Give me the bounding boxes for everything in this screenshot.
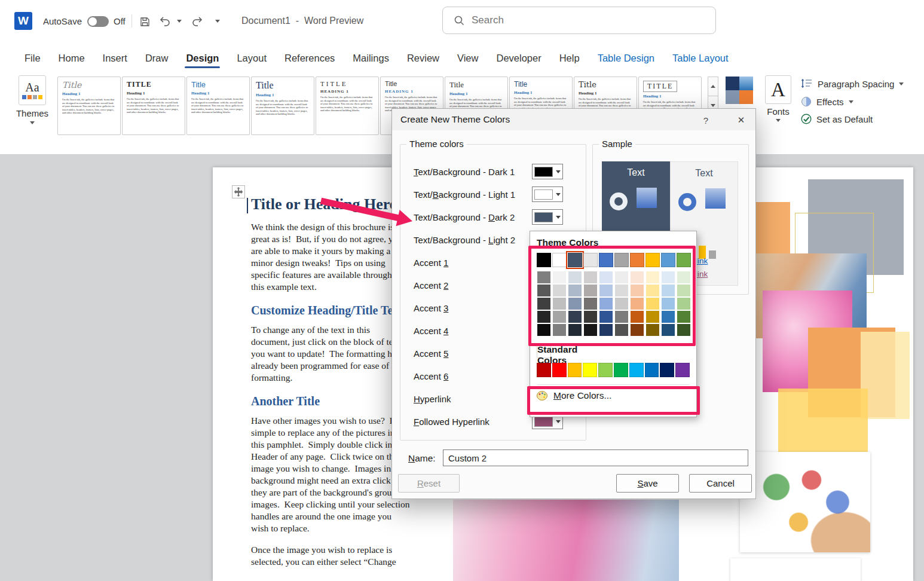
standard-color-swatch[interactable] bbox=[645, 363, 659, 377]
theme-color-variant-swatch[interactable] bbox=[583, 297, 598, 310]
theme-color-variant-swatch[interactable] bbox=[645, 323, 660, 337]
color-dropdown[interactable] bbox=[532, 186, 563, 202]
theme-color-swatch[interactable] bbox=[645, 253, 660, 267]
theme-color-variant-swatch[interactable] bbox=[630, 310, 644, 323]
theme-name-input[interactable] bbox=[443, 449, 748, 466]
ribbon-tab-layout[interactable]: Layout bbox=[228, 45, 276, 71]
theme-color-variant-swatch[interactable] bbox=[661, 284, 675, 297]
more-colors-button[interactable]: More Colors... bbox=[537, 384, 690, 401]
theme-color-swatch[interactable] bbox=[583, 253, 598, 267]
theme-color-variant-swatch[interactable] bbox=[614, 323, 629, 337]
theme-color-variant-swatch[interactable] bbox=[677, 271, 691, 284]
gallery-scroll-up-button[interactable] bbox=[708, 77, 718, 96]
standard-color-swatch[interactable] bbox=[537, 363, 551, 377]
standard-color-swatch[interactable] bbox=[675, 363, 690, 377]
theme-color-variant-swatch[interactable] bbox=[537, 297, 551, 310]
theme-color-variant-swatch[interactable] bbox=[661, 323, 675, 337]
color-dropdown[interactable] bbox=[532, 209, 563, 225]
theme-color-variant-swatch[interactable] bbox=[599, 310, 613, 323]
reset-button[interactable]: Reset bbox=[398, 474, 460, 493]
theme-color-variant-swatch[interactable] bbox=[661, 310, 675, 323]
theme-color-variant-swatch[interactable] bbox=[677, 310, 691, 323]
ribbon-tab-table-design[interactable]: Table Design bbox=[589, 45, 663, 71]
painted-face-photo-image[interactable] bbox=[453, 500, 679, 581]
theme-color-swatch[interactable] bbox=[537, 253, 551, 267]
move-handle-icon[interactable] bbox=[232, 185, 245, 198]
theme-color-swatch[interactable] bbox=[614, 253, 629, 267]
style-set-thumbnail[interactable]: TitleHeading 1On the Insert tab, the gal… bbox=[186, 77, 250, 135]
colors-button[interactable] bbox=[726, 77, 753, 104]
theme-color-variant-swatch[interactable] bbox=[583, 323, 598, 337]
color-dropdown[interactable] bbox=[532, 164, 563, 179]
theme-color-variant-swatch[interactable] bbox=[599, 297, 613, 310]
theme-color-variant-swatch[interactable] bbox=[568, 310, 582, 323]
theme-color-variant-swatch[interactable] bbox=[537, 271, 551, 284]
theme-color-variant-swatch[interactable] bbox=[599, 323, 613, 337]
fonts-button[interactable]: A Fonts bbox=[763, 75, 794, 122]
ribbon-tab-draw[interactable]: Draw bbox=[136, 45, 178, 71]
effects-button[interactable]: Effects bbox=[801, 96, 904, 107]
cancel-button[interactable]: Cancel bbox=[689, 474, 752, 493]
standard-color-swatch[interactable] bbox=[629, 363, 644, 377]
theme-color-variant-swatch[interactable] bbox=[537, 284, 551, 297]
theme-color-variant-swatch[interactable] bbox=[583, 284, 598, 297]
theme-color-variant-swatch[interactable] bbox=[599, 284, 613, 297]
theme-color-variant-swatch[interactable] bbox=[661, 297, 675, 310]
ribbon-tab-table-layout[interactable]: Table Layout bbox=[663, 45, 738, 71]
ribbon-tab-help[interactable]: Help bbox=[550, 45, 589, 71]
theme-color-variant-swatch[interactable] bbox=[614, 297, 629, 310]
standard-color-swatch[interactable] bbox=[552, 363, 567, 377]
ribbon-tab-insert[interactable]: Insert bbox=[94, 45, 136, 71]
theme-color-variant-swatch[interactable] bbox=[568, 284, 582, 297]
theme-color-variant-swatch[interactable] bbox=[552, 323, 567, 337]
drawing-hands-photo-image[interactable] bbox=[740, 452, 870, 552]
theme-color-swatch[interactable] bbox=[552, 253, 567, 267]
theme-color-swatch[interactable] bbox=[661, 253, 675, 267]
theme-color-variant-swatch[interactable] bbox=[645, 271, 660, 284]
theme-color-variant-swatch[interactable] bbox=[614, 271, 629, 284]
theme-color-variant-swatch[interactable] bbox=[568, 297, 582, 310]
set-as-default-button[interactable]: Set as Default bbox=[801, 114, 904, 124]
theme-color-variant-swatch[interactable] bbox=[630, 284, 644, 297]
ribbon-tab-references[interactable]: References bbox=[276, 45, 344, 71]
theme-color-variant-swatch[interactable] bbox=[614, 310, 629, 323]
theme-color-variant-swatch[interactable] bbox=[645, 284, 660, 297]
theme-color-variant-swatch[interactable] bbox=[552, 310, 567, 323]
standard-color-swatch[interactable] bbox=[568, 363, 582, 377]
theme-color-variant-swatch[interactable] bbox=[537, 323, 551, 337]
theme-color-variant-swatch[interactable] bbox=[630, 323, 644, 337]
style-set-thumbnail[interactable]: TitleHeading 1On the Insert tab, the gal… bbox=[251, 77, 314, 135]
theme-color-variant-swatch[interactable] bbox=[645, 297, 660, 310]
theme-color-variant-swatch[interactable] bbox=[630, 271, 644, 284]
orange-rectangle-image[interactable] bbox=[755, 202, 790, 259]
theme-color-variant-swatch[interactable] bbox=[645, 310, 660, 323]
style-set-thumbnail[interactable]: TITLEHeading 1On the Insert tab, the gal… bbox=[122, 77, 185, 135]
theme-color-variant-swatch[interactable] bbox=[537, 310, 551, 323]
theme-color-swatch[interactable] bbox=[599, 253, 613, 267]
standard-color-swatch[interactable] bbox=[598, 363, 613, 377]
style-set-thumbnail[interactable]: TITLEHEADING 1On the Insert tab, the gal… bbox=[316, 77, 379, 135]
theme-color-variant-swatch[interactable] bbox=[552, 297, 567, 310]
white-rectangle-image[interactable] bbox=[730, 558, 861, 581]
style-set-thumbnail[interactable]: TitleHeading 1On the Insert tab, the gal… bbox=[57, 77, 121, 135]
theme-color-swatch[interactable] bbox=[677, 253, 691, 267]
theme-color-variant-swatch[interactable] bbox=[583, 271, 598, 284]
dialog-close-button[interactable]: ✕ bbox=[734, 113, 748, 127]
theme-color-variant-swatch[interactable] bbox=[677, 323, 691, 337]
theme-color-variant-swatch[interactable] bbox=[552, 284, 567, 297]
theme-color-variant-swatch[interactable] bbox=[614, 284, 629, 297]
theme-color-variant-swatch[interactable] bbox=[568, 271, 582, 284]
theme-color-variant-swatch[interactable] bbox=[583, 310, 598, 323]
ribbon-tab-developer[interactable]: Developer bbox=[487, 45, 550, 71]
quick-access-chevron-icon[interactable] bbox=[215, 20, 220, 23]
theme-color-variant-swatch[interactable] bbox=[677, 284, 691, 297]
autosave-toggle[interactable] bbox=[87, 16, 109, 27]
dialog-help-button[interactable]: ? bbox=[699, 114, 712, 127]
undo-dropdown-chevron-icon[interactable] bbox=[177, 20, 182, 23]
paragraph-spacing-button[interactable]: Paragraph Spacing bbox=[801, 78, 904, 90]
undo-button[interactable] bbox=[157, 13, 173, 30]
ribbon-tab-home[interactable]: Home bbox=[50, 45, 94, 71]
theme-color-swatch[interactable] bbox=[568, 253, 582, 267]
ribbon-tab-file[interactable]: File bbox=[16, 45, 50, 71]
theme-color-variant-swatch[interactable] bbox=[661, 271, 675, 284]
